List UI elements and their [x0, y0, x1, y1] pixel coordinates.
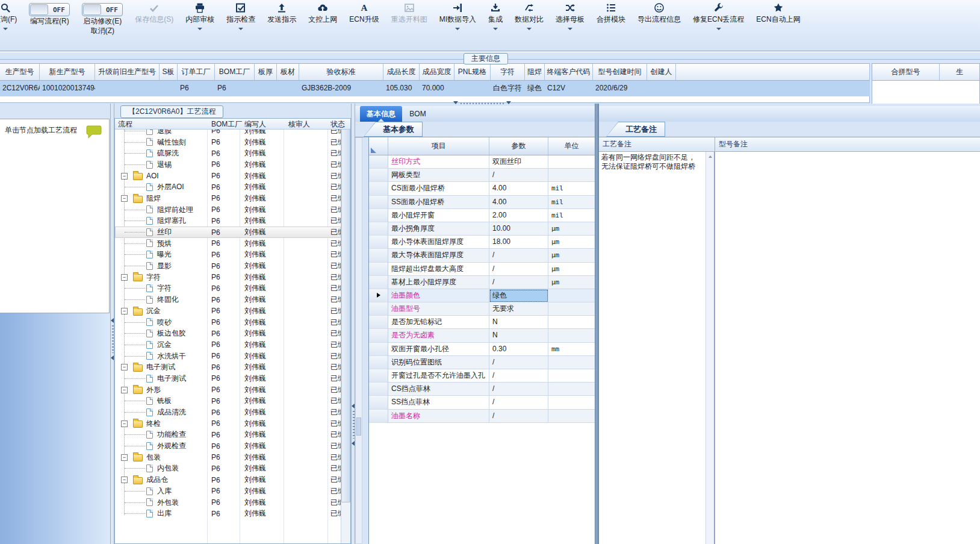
- param-value-cell[interactable]: /: [489, 396, 548, 409]
- collapse-minus-box[interactable]: −: [121, 364, 128, 370]
- tree-row-喷砂[interactable]: 喷砂P6刘伟巍已编写: [115, 317, 341, 328]
- param-value-cell[interactable]: N: [489, 329, 548, 342]
- row-selector[interactable]: [369, 249, 388, 262]
- param-value-cell[interactable]: /: [489, 369, 548, 383]
- tab-basic-info[interactable]: 基本信息: [360, 106, 402, 122]
- tree-row-内包装[interactable]: 内包装P6刘伟巍已编写: [115, 463, 341, 475]
- tree-row-退锡[interactable]: 退锡P6刘伟巍已编写: [115, 159, 341, 170]
- tree-row-退膜[interactable]: 退膜P6刘伟巍已编写: [115, 130, 341, 137]
- tree-row-入库[interactable]: 入库P6刘伟巍已编写: [115, 486, 341, 497]
- main-column-header[interactable]: 成品长度: [383, 64, 420, 81]
- param-row-SS面最小阻焊桥[interactable]: SS面最小阻焊桥4.00mil: [369, 196, 595, 209]
- main-column-header[interactable]: 验收标准: [299, 64, 383, 81]
- row-selector[interactable]: [369, 236, 388, 249]
- param-value-cell[interactable]: /: [489, 169, 548, 182]
- main-column-header[interactable]: 终端客户代码: [545, 64, 593, 81]
- param-row-开窗过孔是否不允许油墨入孔[interactable]: 开窗过孔是否不允许油墨入孔/: [369, 369, 595, 383]
- col-item[interactable]: 项目: [388, 137, 489, 155]
- param-row-CS挡点菲林[interactable]: CS挡点菲林/: [369, 383, 595, 396]
- param-row-网板类型[interactable]: 网板类型/: [369, 169, 595, 182]
- toolbar-data-compare-button[interactable]: 数据对比: [513, 1, 545, 43]
- row-selector[interactable]: [369, 196, 388, 209]
- tree-row-电子测试[interactable]: −电子测试P6刘伟巍已编写: [115, 361, 341, 373]
- param-value-cell[interactable]: 绿色: [489, 289, 548, 302]
- main-column-header[interactable]: PNL规格: [454, 64, 491, 81]
- main-column-header[interactable]: 板厚: [255, 64, 277, 81]
- param-row-双面开窗最小孔径[interactable]: 双面开窗最小孔径0.30mm: [369, 343, 595, 356]
- param-row-油墨型号[interactable]: 油墨型号无要求: [369, 302, 595, 316]
- param-row-识别码位置图纸[interactable]: 识别码位置图纸/: [369, 356, 595, 369]
- process-remark-text[interactable]: 若有同一网络焊盘间距不足，无法保证阻焊桥可不做阻焊桥: [599, 152, 702, 172]
- param-value-cell[interactable]: N: [489, 316, 548, 329]
- param-row-CS面最小阻焊桥[interactable]: CS面最小阻焊桥4.00mil: [369, 182, 595, 195]
- collapse-minus-box[interactable]: −: [121, 308, 128, 314]
- toolbar-write-flow-button[interactable]: OFF编写流程(R): [27, 1, 72, 43]
- model-remark-cell[interactable]: [715, 152, 980, 544]
- param-row-是否为无卤素[interactable]: 是否为无卤素N: [369, 329, 595, 342]
- param-value-cell[interactable]: /: [489, 276, 548, 289]
- param-row-是否加无铅标记[interactable]: 是否加无铅标记N: [369, 316, 595, 329]
- tree-row-预烘[interactable]: 预烘P6刘伟巍已编写: [115, 238, 341, 249]
- toolbar-instruction-check-button[interactable]: 指示检查: [225, 1, 257, 43]
- row-selector[interactable]: [369, 396, 388, 409]
- param-row-SS挡点菲林[interactable]: SS挡点菲林/: [369, 396, 595, 409]
- col-unit[interactable]: 单位: [548, 137, 595, 155]
- param-value-cell[interactable]: 2.00: [489, 209, 548, 222]
- tree-row-阻焊前处理[interactable]: 阻焊前处理P6刘伟巍已编写: [115, 204, 341, 216]
- tab-process-remark[interactable]: 工艺备注: [606, 122, 665, 137]
- toolbar-send-instruction-button[interactable]: 发送指示: [265, 1, 298, 43]
- tree-row-硫脲洗[interactable]: 硫脲洗P6刘伟巍已编写: [115, 148, 341, 159]
- row-selector[interactable]: [369, 182, 388, 195]
- tree-row-水洗烘干[interactable]: 水洗烘干P6刘伟巍已编写: [115, 351, 341, 362]
- row-selector[interactable]: [369, 343, 388, 356]
- param-value-cell[interactable]: 4.00: [489, 182, 548, 195]
- col-writer[interactable]: 编写人: [244, 119, 266, 129]
- collapse-minus-box[interactable]: −: [121, 454, 128, 461]
- tree-scrollbar[interactable]: [341, 119, 350, 543]
- tree-row-碱性蚀刻[interactable]: 碱性蚀刻P6刘伟巍已编写: [115, 137, 341, 148]
- tree-row-终检[interactable]: −终检P6刘伟巍已编写: [115, 418, 341, 430]
- param-value-cell[interactable]: 0.30: [489, 343, 548, 356]
- param-row-油墨名称[interactable]: 油墨名称/: [369, 410, 595, 423]
- row-selector[interactable]: [369, 209, 388, 222]
- row-selector[interactable]: [369, 369, 388, 383]
- toggle-start-modify[interactable]: OFF: [82, 3, 123, 16]
- row-selector[interactable]: [369, 276, 388, 289]
- toolbar-repair-ecn-flow-button[interactable]: 修复ECN丢流程: [691, 1, 746, 43]
- dropdown-caret-icon[interactable]: [238, 28, 243, 30]
- param-row-最小阻焊开窗[interactable]: 最小阻焊开窗2.00mil: [369, 209, 595, 222]
- col-bom-factory[interactable]: BOM工厂: [211, 119, 242, 129]
- tree-row-成品清洗[interactable]: 成品清洗P6刘伟巍已编写: [115, 407, 341, 418]
- row-selector[interactable]: [369, 302, 388, 316]
- merge-model-column-header[interactable]: 合拼型号: [872, 64, 940, 80]
- tree-row-阻焊塞孔[interactable]: 阻焊塞孔P6刘伟巍已编写: [115, 216, 341, 227]
- tree-row-外观检查[interactable]: 外观检查P6刘伟巍已编写: [115, 440, 341, 452]
- tree-row-外包装[interactable]: 外包装P6刘伟巍已编写: [115, 497, 341, 508]
- dropdown-caret-icon[interactable]: [568, 28, 572, 30]
- col-reviewer[interactable]: 核审人: [288, 119, 310, 129]
- row-selector[interactable]: [369, 169, 388, 182]
- main-column-header[interactable]: 板材: [277, 64, 299, 81]
- tree-row-AOI[interactable]: −AOIP6刘伟巍已编写: [115, 170, 341, 182]
- param-row-丝印方式[interactable]: 丝印方式双面丝印: [369, 155, 595, 169]
- param-value-cell[interactable]: /: [489, 410, 548, 423]
- tree-row-沉金[interactable]: −沉金P6刘伟巍已编写: [115, 305, 341, 317]
- toolbar-mi-data-import-button[interactable]: MI数据导入: [438, 1, 478, 43]
- tree-row-功能检查[interactable]: 功能检查P6刘伟巍已编写: [115, 430, 341, 441]
- toolbar-start-modify-button[interactable]: OFF启动修改(E)取消(Z): [80, 1, 125, 43]
- param-row-基材上最小阻焊厚度[interactable]: 基材上最小阻焊厚度/µm: [369, 276, 595, 289]
- main-column-header[interactable]: 生产型号: [0, 64, 40, 81]
- partial-column-header[interactable]: 生: [940, 64, 979, 80]
- param-value-cell[interactable]: /: [489, 263, 548, 276]
- tree-row-终固化[interactable]: 终固化P6刘伟巍已编写: [115, 294, 341, 305]
- tree-row-铣板[interactable]: 铣板P6刘伟巍已编写: [115, 396, 341, 407]
- param-value-cell[interactable]: 10.00: [489, 222, 548, 236]
- main-column-header[interactable]: 新生产型号: [40, 64, 95, 81]
- col-param[interactable]: 参数: [489, 137, 548, 155]
- tree-row-外层AOI[interactable]: 外层AOIP6刘伟巍已编写: [115, 181, 341, 193]
- toolbar-merge-module-button[interactable]: 合拼模块: [595, 1, 627, 43]
- col-process-remark[interactable]: 工艺备注: [599, 137, 715, 151]
- param-value-cell[interactable]: /: [489, 356, 548, 369]
- tree-row-出库[interactable]: 出库P6刘伟巍已编写: [115, 508, 341, 519]
- param-value-cell[interactable]: 4.00: [489, 196, 548, 209]
